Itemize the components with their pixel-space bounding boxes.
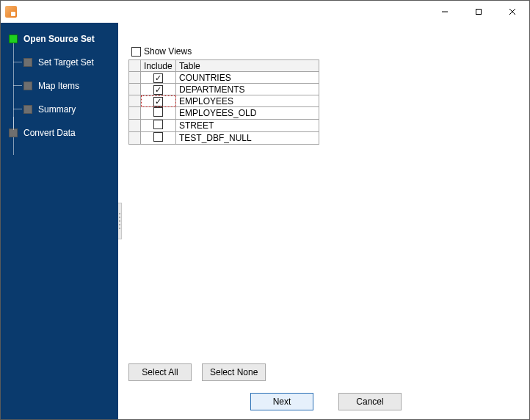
sidebar-item-label: Map Items [38, 81, 79, 91]
checkbox-icon [153, 120, 163, 129]
minimize-button[interactable] [428, 1, 462, 23]
close-button[interactable] [495, 1, 529, 23]
sidebar-item-open-source-set[interactable]: Open Source Set [9, 32, 118, 46]
checkbox-icon [153, 107, 163, 117]
table-row[interactable]: EMPLOYEES_OLD [129, 107, 319, 120]
row-header [129, 72, 141, 84]
table-name-cell: STREET [176, 120, 319, 132]
table-row[interactable]: COUNTRIES [129, 72, 319, 84]
step-icon [23, 105, 32, 114]
row-header [129, 84, 141, 95]
svg-rect-1 [476, 10, 482, 15]
checkbox-icon [153, 85, 163, 95]
sidebar-item-map-items[interactable]: Map Items [23, 79, 118, 93]
next-button[interactable]: Next [250, 393, 313, 410]
window-controls [428, 1, 529, 23]
sidebar: Open Source Set Set Target Set Map Items… [1, 23, 118, 419]
tables-grid: Include Table COUNTRIESDEPARTMENTSEMPLOY… [128, 59, 319, 145]
sidebar-item-summary[interactable]: Summary [23, 102, 118, 117]
sidebar-item-label: Open Source Set [23, 34, 95, 44]
grid-corner [129, 60, 141, 72]
step-icon [23, 82, 32, 90]
row-header [129, 132, 141, 145]
checkbox-icon [131, 47, 141, 57]
step-icon [9, 128, 18, 137]
show-views-label: Show Views [144, 46, 192, 57]
table-name-cell: EMPLOYEES [176, 95, 319, 107]
row-header [129, 95, 141, 107]
wizard-tree: Open Source Set Set Target Set Map Items… [1, 32, 118, 140]
table-row[interactable]: EMPLOYEES [129, 95, 319, 107]
show-views-checkbox[interactable]: Show Views [131, 46, 523, 57]
app-icon [5, 6, 17, 18]
table-row[interactable]: STREET [129, 120, 319, 132]
table-name-cell: EMPLOYEES_OLD [176, 107, 319, 120]
sidebar-item-label: Set Target Set [38, 57, 94, 68]
select-none-button[interactable]: Select None [202, 363, 266, 381]
table-name-cell: DEPARTMENTS [176, 84, 319, 95]
checkbox-icon [153, 97, 163, 106]
table-name-cell: COUNTRIES [176, 72, 319, 84]
table-row[interactable]: TEST_DBF_NULL [129, 132, 319, 145]
cancel-button[interactable]: Cancel [338, 393, 402, 410]
main-panel: Show Views Include Table COUNTRIESDEPART [118, 23, 529, 419]
include-cell[interactable] [141, 107, 176, 120]
select-all-button[interactable]: Select All [128, 363, 192, 381]
checkbox-icon [153, 132, 163, 142]
maximize-button[interactable] [462, 1, 495, 23]
content: Open Source Set Set Target Set Map Items… [1, 23, 529, 419]
step-icon [9, 35, 18, 43]
col-include[interactable]: Include [141, 60, 176, 72]
col-table[interactable]: Table [176, 60, 319, 72]
upper-panel: Show Views Include Table COUNTRIESDEPART [128, 30, 523, 359]
sidebar-item-set-target-set[interactable]: Set Target Set [23, 55, 118, 70]
include-cell[interactable] [141, 132, 176, 145]
titlebar [1, 1, 529, 23]
table-row[interactable]: DEPARTMENTS [129, 84, 319, 95]
step-icon [23, 58, 32, 67]
grid-header-row: Include Table [129, 60, 319, 72]
row-header [129, 120, 141, 132]
include-cell[interactable] [141, 72, 176, 84]
include-cell[interactable] [141, 95, 176, 107]
include-cell[interactable] [141, 120, 176, 132]
include-cell[interactable] [141, 84, 176, 95]
table-name-cell: TEST_DBF_NULL [176, 132, 319, 145]
selection-buttons: Select All Select None [128, 359, 523, 385]
sidebar-resize-grip[interactable] [118, 203, 122, 239]
sidebar-item-label: Convert Data [23, 128, 76, 138]
checkbox-icon [153, 73, 163, 83]
sidebar-item-convert-data[interactable]: Convert Data [9, 126, 118, 140]
footer-buttons: Next Cancel [128, 385, 523, 413]
sidebar-item-label: Summary [38, 104, 76, 115]
row-header [129, 107, 141, 120]
